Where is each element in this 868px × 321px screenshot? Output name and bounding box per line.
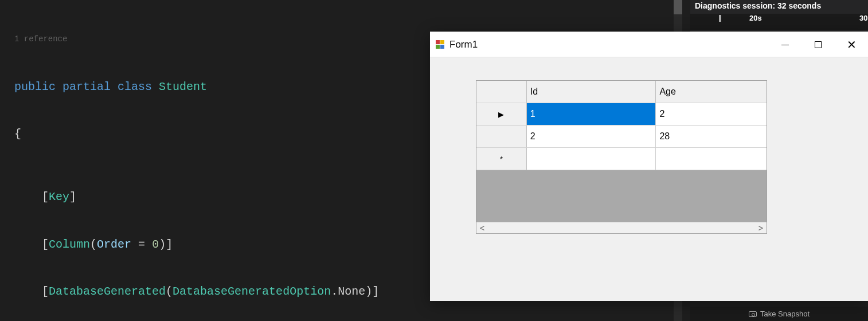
datagrid-corner[interactable] (476, 81, 527, 103)
datagrid-row[interactable]: ▶ 1 2 (476, 103, 767, 126)
column-header-age[interactable]: Age (656, 81, 767, 103)
form-icon (436, 40, 445, 49)
row-indicator[interactable] (476, 126, 527, 147)
cell-age[interactable]: 2 (656, 103, 767, 125)
cell-age[interactable]: 28 (656, 126, 767, 147)
camera-icon (749, 311, 757, 317)
take-snapshot-label: Take Snapshot (760, 310, 810, 318)
datagrid-new-row[interactable]: * (476, 148, 767, 170)
diagnostics-title: Diagnostics session: 32 seconds (695, 1, 821, 10)
form-body: Id Age ▶ 1 2 2 28 * < > (430, 57, 868, 257)
datagrid-header-row: Id Age (476, 81, 767, 103)
scrollbar-thumb[interactable] (674, 0, 682, 14)
maximize-button[interactable] (801, 32, 835, 57)
new-row-indicator[interactable]: * (476, 148, 527, 170)
form1-window[interactable]: Form1 ✕ Id Age ▶ 1 2 2 28 * (430, 32, 868, 301)
timeline-tick: 30 (859, 14, 867, 22)
datagrid-horizontal-scrollbar[interactable]: < > (476, 222, 767, 233)
minimize-button[interactable] (768, 32, 801, 57)
diagnostics-panel: Diagnostics session: 32 seconds 20s 30 (690, 0, 868, 32)
cell-id[interactable]: 2 (527, 126, 656, 147)
cell-empty[interactable] (527, 148, 656, 170)
close-icon: ✕ (847, 39, 857, 50)
timeline-tick: 20s (749, 14, 762, 22)
timeline-marker (719, 15, 721, 22)
scroll-left-arrow-icon[interactable]: < (478, 224, 487, 233)
window-titlebar[interactable]: Form1 ✕ (430, 32, 868, 57)
cell-id[interactable]: 1 (527, 103, 656, 125)
snapshot-bar[interactable]: Take Snapshot (690, 307, 868, 321)
column-header-id[interactable]: Id (527, 81, 656, 103)
cell-empty[interactable] (656, 148, 767, 170)
row-indicator[interactable]: ▶ (476, 103, 527, 125)
datagrid[interactable]: Id Age ▶ 1 2 2 28 * < > (476, 80, 767, 234)
scroll-right-arrow-icon[interactable]: > (756, 224, 765, 233)
close-button[interactable]: ✕ (835, 32, 868, 57)
diagnostics-timeline[interactable] (690, 14, 868, 30)
datagrid-row[interactable]: 2 28 (476, 126, 767, 148)
window-title: Form1 (449, 39, 768, 50)
datagrid-empty-area (476, 170, 767, 222)
